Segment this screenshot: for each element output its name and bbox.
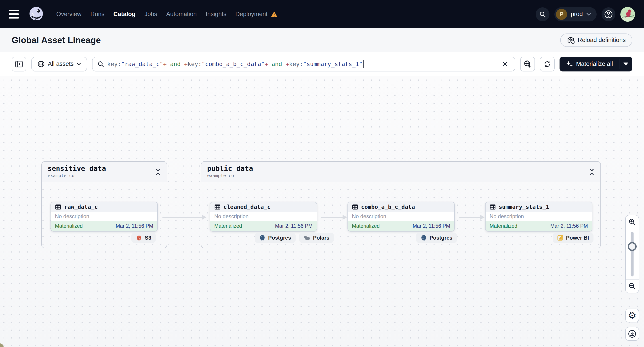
query-text[interactable]: key: "raw_data_c" + and + key: "combo_a_… xyxy=(107,60,497,68)
polars-icon xyxy=(304,235,310,241)
query-segment: and xyxy=(268,61,286,67)
dagster-logo-icon[interactable] xyxy=(28,6,45,23)
kind-badge-label: Postgres xyxy=(430,235,452,241)
nav-item-runs[interactable]: Runs xyxy=(90,11,104,18)
asset-node-header: cleaned_data_c xyxy=(210,202,317,212)
postgres-icon xyxy=(420,235,427,241)
search-button[interactable] xyxy=(536,7,550,21)
download-image-button[interactable] xyxy=(625,327,639,341)
powerbi-icon xyxy=(557,235,563,241)
asset-tags-summary-stats-1: Power BI xyxy=(552,233,594,243)
asset-status-row: Materialized Mar 2, 11:56 PM xyxy=(348,221,454,231)
kind-badge-label: Postgres xyxy=(268,235,291,241)
nav-item-catalog[interactable]: Catalog xyxy=(114,11,136,18)
edge-combo-to-summary xyxy=(459,217,480,218)
asset-node-summary-stats-1[interactable]: summary_stats_1 No description Materiali… xyxy=(485,202,592,232)
materialized-timestamp[interactable]: Mar 2, 11:56 PM xyxy=(275,223,312,229)
reload-definitions-label: Reload definitions xyxy=(578,37,626,43)
refresh-icon xyxy=(543,60,551,68)
asset-name: cleaned_data_c xyxy=(224,204,270,210)
nav-links: Overview Runs Catalog Jobs Automation In… xyxy=(56,11,278,18)
zoom-in-button[interactable] xyxy=(626,215,639,229)
reload-definitions-button[interactable]: Reload definitions xyxy=(560,33,632,47)
asset-node-raw-data-c[interactable]: raw_data_c No description Materialized M… xyxy=(50,202,158,232)
zoom-in-icon xyxy=(628,218,636,226)
asset-description: No description xyxy=(486,212,592,221)
materialized-status: Materialized xyxy=(490,223,517,229)
materialize-all-button[interactable]: Materialize all xyxy=(560,57,619,71)
reload-definitions-icon xyxy=(567,36,574,44)
panel-expand-icon xyxy=(15,61,23,67)
edge-cleaned-to-combo xyxy=(321,217,343,218)
workspace-switcher[interactable]: P prod xyxy=(554,7,597,21)
workspace-name: prod xyxy=(571,11,583,18)
sparkles-icon xyxy=(566,60,573,68)
user-avatar[interactable] xyxy=(620,7,635,22)
zoom-out-icon xyxy=(628,283,636,290)
group-location: example_co xyxy=(207,173,594,178)
group-header[interactable]: sensitive_data example_co xyxy=(42,162,167,182)
help-icon xyxy=(604,10,613,19)
query-segment: key: xyxy=(289,61,303,67)
edge-raw-to-cleaned xyxy=(162,217,202,218)
zoom-out-button[interactable] xyxy=(626,279,639,293)
asset-tags-combo-a-b-c-data: Postgres xyxy=(416,233,457,243)
nav-item-overview[interactable]: Overview xyxy=(56,11,82,18)
asset-scope-dropdown[interactable]: All assets xyxy=(31,57,87,71)
lineage-canvas[interactable]: sensitive_data example_co public_data ex… xyxy=(0,76,644,347)
kind-badge-postgres[interactable]: Postgres xyxy=(416,233,457,243)
zoom-slider-thumb[interactable] xyxy=(628,242,637,251)
group-header[interactable]: public_data example_co xyxy=(201,162,600,182)
materialize-all-split-button: Materialize all xyxy=(560,57,632,71)
nav-item-deployment[interactable]: Deployment xyxy=(235,11,268,18)
hamburger-menu-icon[interactable] xyxy=(9,9,22,19)
fetch-external-assets-button[interactable] xyxy=(520,57,535,71)
asset-node-header: summary_stats_1 xyxy=(486,202,592,212)
materialized-timestamp[interactable]: Mar 2, 11:56 PM xyxy=(116,223,153,229)
warning-icon xyxy=(270,11,278,18)
query-segment: "raw_data_c" xyxy=(121,61,163,67)
top-nav-right: P prod xyxy=(536,7,635,22)
group-location: example_co xyxy=(48,173,161,178)
kind-badge-power-bi[interactable]: Power BI xyxy=(552,233,594,243)
top-nav: Overview Runs Catalog Jobs Automation In… xyxy=(0,0,644,28)
zoom-slider-track[interactable] xyxy=(631,232,634,277)
chevron-down-icon xyxy=(77,63,81,65)
globe-plus-icon xyxy=(524,60,532,68)
asset-scope-label: All assets xyxy=(48,60,74,67)
table-icon xyxy=(55,204,61,210)
kind-badge-s3[interactable]: S3 xyxy=(132,233,156,243)
open-sidebar-button[interactable] xyxy=(12,57,26,71)
group-name: sensitive_data xyxy=(48,164,161,172)
page-title: Global Asset Lineage xyxy=(12,35,101,45)
nav-item-automation[interactable]: Automation xyxy=(166,11,197,18)
query-segment: "summary_stats_1" xyxy=(303,61,362,67)
clear-search-button[interactable] xyxy=(500,59,510,69)
kind-badge-label: S3 xyxy=(145,235,151,241)
nav-item-jobs[interactable]: Jobs xyxy=(144,11,157,18)
graph-settings-button[interactable]: ⚙ xyxy=(625,309,639,323)
globe-icon xyxy=(38,60,45,68)
materialized-timestamp[interactable]: Mar 2, 11:56 PM xyxy=(550,223,588,229)
refresh-graph-button[interactable] xyxy=(540,57,554,71)
kind-badge-polars[interactable]: Polars xyxy=(299,233,334,243)
zoom-slider[interactable] xyxy=(626,229,639,279)
materialize-all-label: Materialize all xyxy=(576,60,613,67)
asset-search-input[interactable]: key: "raw_data_c" + and + key: "combo_a_… xyxy=(92,57,515,71)
asset-tags-raw-data-c: S3 xyxy=(132,233,156,243)
s3-icon xyxy=(136,235,142,241)
query-segment: + xyxy=(184,61,188,67)
nav-item-insights[interactable]: Insights xyxy=(206,11,226,18)
materialize-options-button[interactable] xyxy=(620,57,632,71)
query-segment: key: xyxy=(188,61,202,67)
group-name: public_data xyxy=(207,164,594,172)
help-button[interactable] xyxy=(602,7,616,21)
kind-badge-postgres[interactable]: Postgres xyxy=(255,233,296,243)
collapse-group-icon[interactable] xyxy=(589,168,594,176)
collapse-group-icon[interactable] xyxy=(155,168,161,176)
asset-description: No description xyxy=(51,212,157,221)
download-icon xyxy=(628,329,637,338)
asset-node-combo-a-b-c-data[interactable]: combo_a_b_c_data No description Material… xyxy=(348,202,455,232)
asset-node-cleaned-data-c[interactable]: cleaned_data_c No description Materializ… xyxy=(210,202,317,232)
materialized-timestamp[interactable]: Mar 2, 11:56 PM xyxy=(413,223,450,229)
